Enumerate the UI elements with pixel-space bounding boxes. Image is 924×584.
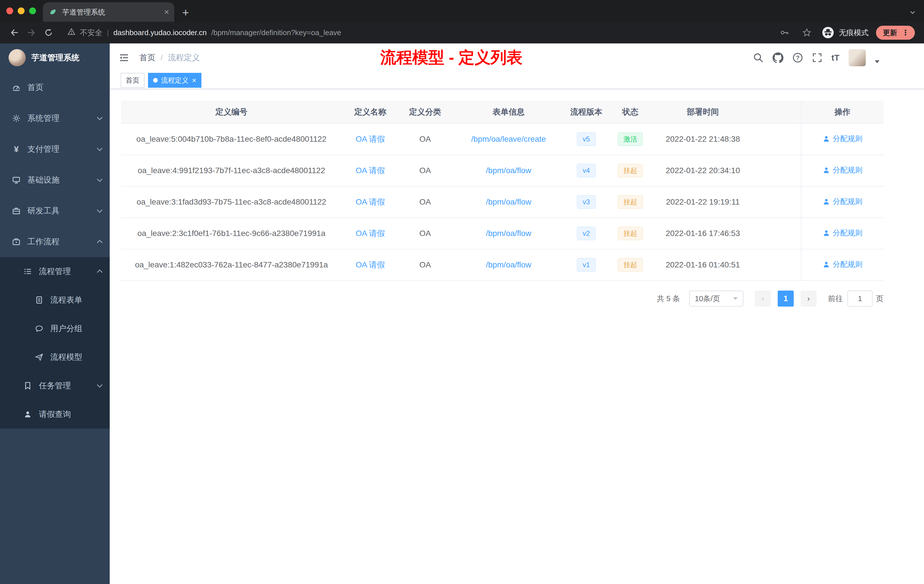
assign-rule-link[interactable]: 分配规则 xyxy=(823,196,863,206)
sidebar-item-task-management[interactable]: 任务管理 xyxy=(0,371,110,400)
page-number-button[interactable]: 1 xyxy=(778,290,794,307)
sidebar-item-process-management[interactable]: 流程管理 xyxy=(0,257,110,286)
category-cell: OA xyxy=(399,186,451,218)
search-icon[interactable] xyxy=(753,53,764,63)
sidebar-item-label: 基础设施 xyxy=(27,175,91,185)
breadcrumb-separator: / xyxy=(160,53,163,62)
form-info-link[interactable]: /bpm/oa/leave/create xyxy=(471,135,546,144)
next-page-button[interactable]: › xyxy=(800,290,817,307)
browser-tab[interactable]: 芋道管理系统 × xyxy=(43,2,174,22)
tag-close-icon[interactable]: × xyxy=(192,77,196,84)
browser-menu-kebab-icon[interactable]: ⋮ xyxy=(902,29,909,36)
sidebar-item-infrastructure[interactable]: 基础设施 xyxy=(0,165,110,195)
logo-title: 芋道管理系统 xyxy=(31,52,79,63)
tab-search-chevron-icon[interactable] xyxy=(909,7,916,18)
version-tag[interactable]: v4 xyxy=(577,164,596,177)
filler-cell xyxy=(752,186,801,218)
assign-rule-link[interactable]: 分配规则 xyxy=(823,259,863,269)
bookmark-star-icon[interactable] xyxy=(799,25,814,40)
prev-page-button[interactable]: ‹ xyxy=(755,290,771,307)
github-icon[interactable] xyxy=(772,52,784,63)
forward-button-icon[interactable] xyxy=(24,25,39,40)
definition-name-link[interactable]: OA 请假 xyxy=(356,229,385,238)
sidebar-item-process-model[interactable]: 流程模型 xyxy=(0,343,110,371)
new-tab-button[interactable]: + xyxy=(182,7,189,18)
header-actions: ? tT xyxy=(753,49,879,66)
form-info-link[interactable]: /bpm/oa/flow xyxy=(486,229,531,238)
svg-text:?: ? xyxy=(796,54,799,61)
tag-home[interactable]: 首页 xyxy=(120,73,145,88)
minimize-window-button[interactable] xyxy=(18,7,25,14)
sidebar-item-workflow[interactable]: 工作流程 xyxy=(0,226,110,257)
form-info-link[interactable]: /bpm/oa/flow xyxy=(486,198,531,206)
goto-page-input[interactable] xyxy=(847,290,873,307)
version-tag[interactable]: v3 xyxy=(577,195,596,209)
assign-rule-link[interactable]: 分配规则 xyxy=(823,134,863,144)
page-size-value: 10条/页 xyxy=(695,294,720,304)
chat-icon xyxy=(34,324,44,333)
page-size-select[interactable]: 10条/页 xyxy=(689,290,743,307)
page-unit-label: 页 xyxy=(876,294,883,304)
chrome-update-button[interactable]: 更新 ⋮ xyxy=(876,26,915,40)
document-icon xyxy=(34,296,44,304)
form-info-link[interactable]: /bpm/oa/flow xyxy=(486,166,531,175)
user-avatar[interactable] xyxy=(848,49,866,66)
table-row: oa_leave:3:1fad3d93-7b75-11ec-a3c8-acde4… xyxy=(121,186,883,218)
assign-rule-link[interactable]: 分配规则 xyxy=(823,228,863,238)
tab-favicon-icon xyxy=(48,8,58,16)
definition-name-link[interactable]: OA 请假 xyxy=(356,198,385,206)
close-window-button[interactable] xyxy=(6,7,13,14)
version-tag[interactable]: v2 xyxy=(577,226,596,240)
paper-plane-icon xyxy=(34,353,44,361)
back-button-icon[interactable] xyxy=(7,25,22,40)
assign-rule-label: 分配规则 xyxy=(833,196,863,206)
breadcrumb-home[interactable]: 首页 xyxy=(139,52,155,63)
status-tag: 挂起 xyxy=(618,164,643,177)
reload-button-icon[interactable] xyxy=(41,25,56,40)
password-key-icon[interactable] xyxy=(777,25,792,40)
tag-process-definition[interactable]: 流程定义 × xyxy=(148,73,201,88)
sidebar-logo[interactable]: 芋道管理系统 xyxy=(0,43,110,72)
version-tag[interactable]: v5 xyxy=(577,132,596,146)
collapse-sidebar-icon[interactable] xyxy=(119,53,129,63)
chevron-down-icon xyxy=(97,176,102,182)
form-info-link[interactable]: /bpm/oa/flow xyxy=(486,260,531,269)
table-row: oa_leave:5:004b710b-7b8a-11ec-8ef0-acde4… xyxy=(121,124,883,155)
assign-rule-link[interactable]: 分配规则 xyxy=(823,165,863,175)
sidebar-item-label: 系统管理 xyxy=(27,113,91,124)
user-icon xyxy=(823,229,830,237)
sidebar-item-home[interactable]: 首页 xyxy=(0,72,110,103)
help-icon[interactable]: ? xyxy=(792,53,803,63)
incognito-icon xyxy=(822,26,834,39)
sidebar-item-process-form[interactable]: 流程表单 xyxy=(0,286,110,314)
tab-close-icon[interactable]: × xyxy=(164,8,169,16)
sidebar-item-payment[interactable]: ¥ 支付管理 xyxy=(0,134,110,165)
col-filler xyxy=(752,101,801,124)
list-icon xyxy=(23,267,33,276)
definition-name-link[interactable]: OA 请假 xyxy=(356,166,385,175)
chevron-down-icon xyxy=(97,382,102,388)
avatar-dropdown-caret-icon[interactable] xyxy=(875,60,879,63)
toolbar-right: 无痕模式 更新 ⋮ xyxy=(777,25,917,40)
definition-name-link[interactable]: OA 请假 xyxy=(356,260,385,269)
sidebar-item-dev-tools[interactable]: 研发工具 xyxy=(0,195,110,226)
definition-name-link[interactable]: OA 请假 xyxy=(356,135,385,144)
definition-id-cell: oa_leave:2:3c1f0ef1-76b1-11ec-9c66-a2380… xyxy=(121,218,342,249)
user-icon xyxy=(823,135,830,143)
tags-bar: 首页 流程定义 × xyxy=(110,72,924,89)
filler-cell xyxy=(752,124,801,155)
fullscreen-icon[interactable] xyxy=(812,53,822,63)
sidebar-item-label: 流程模型 xyxy=(50,352,102,363)
sidebar-item-system[interactable]: 系统管理 xyxy=(0,103,110,134)
select-caret-icon xyxy=(733,297,738,300)
font-size-icon[interactable]: tT xyxy=(832,53,840,63)
sidebar-item-leave-query[interactable]: 请假查询 xyxy=(0,400,110,429)
logo-avatar xyxy=(8,49,26,66)
filler-cell xyxy=(752,249,801,280)
zoom-window-button[interactable] xyxy=(29,7,36,14)
address-bar[interactable]: 不安全 | dashboard.yudao.iocoder.cn/bpm/man… xyxy=(58,28,775,38)
chevron-up-icon xyxy=(97,269,102,275)
sidebar-item-user-group[interactable]: 用户分组 xyxy=(0,314,110,343)
incognito-profile-chip[interactable]: 无痕模式 xyxy=(822,26,869,39)
version-tag[interactable]: v1 xyxy=(577,258,596,272)
